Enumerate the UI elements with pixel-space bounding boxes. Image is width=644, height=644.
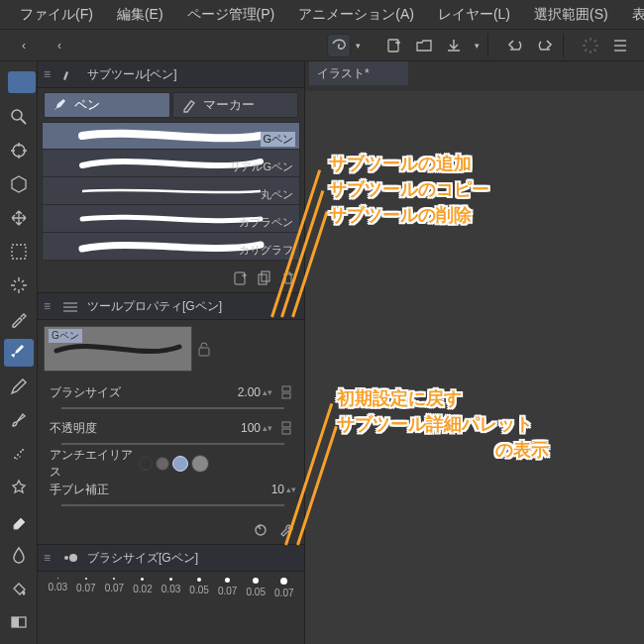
prop-label: アンチエイリアス (50, 447, 139, 481)
brush-size-item[interactable]: 0.03 (46, 578, 70, 598)
menu-layer[interactable]: レイヤー(L) (426, 0, 522, 30)
subtool-item-calligraphy[interactable]: カリグラフ (42, 233, 300, 261)
tool-gradient[interactable] (4, 608, 34, 636)
brush-size-item[interactable]: 0.05 (187, 578, 212, 598)
menu-page[interactable]: ページ管理(P) (175, 0, 287, 30)
circles-icon (59, 549, 81, 567)
brush-size-item[interactable]: 0.07 (215, 578, 240, 598)
chevron-left-icon[interactable]: ‹ (12, 34, 36, 57)
svg-rect-27 (199, 348, 209, 356)
tool-object[interactable] (4, 170, 34, 198)
tool-decoration[interactable] (4, 474, 34, 501)
prop-antialias[interactable]: アンチエイリアス (50, 451, 296, 477)
tool-fill[interactable] (4, 575, 34, 602)
wrench-icon[interactable] (276, 520, 296, 540)
prop-brushsize[interactable]: ブラシサイズ 2.00 ▴▾ (50, 379, 296, 405)
menu-file[interactable]: ファイル(F) (8, 0, 105, 30)
swirl-icon[interactable] (327, 34, 351, 57)
tool-eraser[interactable] (4, 507, 34, 535)
brush-size-item[interactable]: 0.07 (74, 578, 99, 598)
svg-point-17 (17, 454, 19, 456)
subtool-copy-icon[interactable] (255, 268, 274, 288)
subtool-item-realgpen[interactable]: リアルGペン (42, 150, 300, 177)
tool-magnifier[interactable] (4, 103, 34, 131)
aa-option-mid[interactable] (172, 456, 188, 472)
stepper-icon[interactable]: ▴▾ (263, 424, 272, 433)
brush-size-item[interactable]: 0.07 (102, 578, 127, 598)
stepper-icon[interactable]: ▴▾ (263, 388, 272, 397)
menu-anim[interactable]: アニメーション(A) (286, 0, 426, 30)
tool-eyedropper[interactable] (4, 305, 34, 333)
redo-icon[interactable] (533, 34, 557, 57)
prop-label: 不透明度 (50, 420, 139, 437)
menu-edit[interactable]: 編集(E) (105, 0, 175, 30)
stepper-icon[interactable]: ▴▾ (286, 485, 296, 494)
menu-select[interactable]: 選択範囲(S) (522, 0, 620, 30)
aa-option-none[interactable] (139, 457, 153, 471)
svg-rect-24 (235, 272, 245, 284)
grip-icon[interactable]: ≡ (44, 299, 54, 313)
subtool-item-gpen[interactable]: Gペン (42, 122, 300, 150)
subtool-item-marupen[interactable]: 丸ペン (42, 177, 300, 205)
subtool-tab-pen[interactable]: ペン (44, 92, 170, 118)
chevron-left-icon[interactable]: ‹ (48, 34, 71, 57)
save-icon[interactable] (442, 34, 466, 57)
brush-size-item[interactable]: 0.02 (131, 578, 156, 598)
slider[interactable] (61, 407, 284, 409)
grip-icon[interactable]: ≡ (44, 67, 54, 81)
subtool-item-kabura[interactable]: カブラペン (42, 205, 300, 233)
svg-rect-31 (282, 429, 290, 434)
tool-airbrush[interactable] (4, 440, 34, 468)
toolprop-header: ≡ ツールプロパティ[Gペン] (38, 293, 304, 320)
svg-line-5 (585, 40, 587, 42)
list-icon[interactable] (608, 34, 632, 57)
svg-point-20 (19, 456, 21, 458)
brushsize-header: ≡ ブラシサイズ[Gペン] (38, 545, 304, 572)
subtool-add-icon[interactable] (231, 268, 251, 288)
brush-size-item[interactable]: 0.03 (159, 578, 183, 598)
svg-line-8 (594, 40, 596, 42)
tool-move[interactable] (4, 137, 34, 164)
svg-point-19 (16, 458, 18, 460)
open-folder-icon[interactable] (412, 34, 436, 57)
grip-icon[interactable]: ≡ (44, 551, 54, 565)
menu-view[interactable]: 表示(V) (620, 0, 644, 30)
svg-rect-23 (12, 617, 19, 627)
prop-stabilize[interactable]: 手ブレ補正 10 ▴▾ (50, 477, 296, 502)
svg-line-13 (21, 119, 26, 124)
aa-option-weak[interactable] (156, 457, 169, 471)
tool-pencil[interactable] (4, 373, 34, 400)
link-icon[interactable] (276, 418, 296, 438)
tool-blend[interactable] (4, 541, 34, 569)
tool-wand[interactable] (4, 271, 34, 299)
chevron-down-icon[interactable]: ▾ (472, 34, 482, 57)
document-tab[interactable]: イラスト* (309, 61, 408, 85)
reset-icon[interactable] (251, 520, 270, 540)
brush-size-item[interactable]: 0.05 (244, 578, 268, 598)
tool-move-layer[interactable] (4, 204, 34, 232)
prop-value: 2.00 (238, 385, 263, 399)
subtool-delete-icon[interactable] (278, 268, 298, 288)
tool-pen[interactable] (4, 339, 34, 367)
chevron-down-icon[interactable]: ▾ (353, 34, 363, 57)
slider[interactable] (61, 443, 284, 445)
svg-rect-25 (259, 274, 267, 284)
svg-point-16 (14, 457, 16, 459)
prop-opacity[interactable]: 不透明度 100 ▴▾ (50, 415, 296, 441)
brush-size-item[interactable]: 0.07 (272, 578, 297, 598)
svg-point-34 (69, 554, 77, 562)
undo-icon[interactable] (503, 34, 527, 57)
canvas[interactable] (305, 91, 644, 644)
toolprop-title: ツールプロパティ[Gペン] (87, 298, 222, 315)
subtool-tab-marker[interactable]: マーカー (172, 92, 299, 118)
slider[interactable] (61, 504, 284, 506)
svg-point-18 (20, 451, 22, 453)
tool-brush[interactable] (4, 406, 34, 434)
lock-icon[interactable] (197, 341, 211, 357)
subtool-header: ≡ サブツール[ペン] (38, 61, 304, 88)
subtool-list: Gペン リアルGペン 丸ペン カブラペン カリグラフ (38, 122, 304, 265)
aa-option-strong[interactable] (191, 455, 209, 473)
link-icon[interactable] (276, 382, 296, 402)
new-file-icon[interactable] (382, 34, 406, 57)
tool-rect-select[interactable] (4, 238, 34, 266)
